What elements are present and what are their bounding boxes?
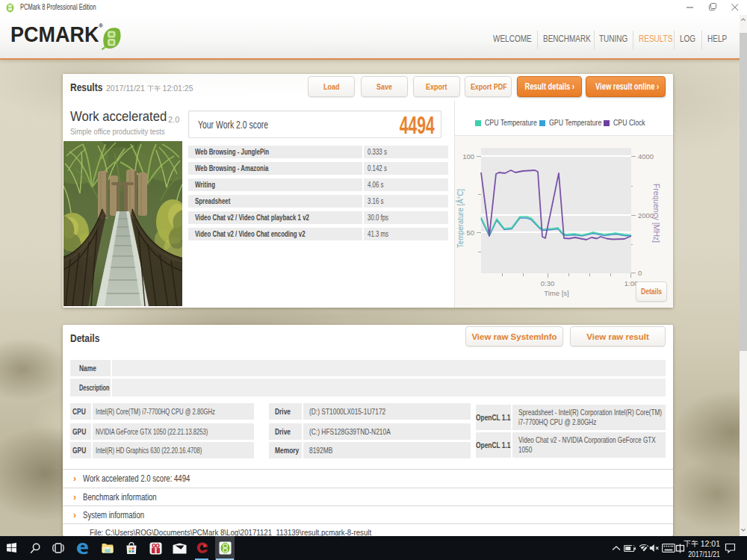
svg-text:0: 0 xyxy=(638,269,642,277)
svg-text:50: 50 xyxy=(466,228,474,237)
svg-text:2000: 2000 xyxy=(638,211,654,220)
svg-text:Time [s]: Time [s] xyxy=(544,289,568,297)
svg-text:Frequency [MHz]: Frequency [MHz] xyxy=(652,184,660,243)
svg-text:0:30: 0:30 xyxy=(541,279,555,287)
svg-text:100: 100 xyxy=(462,152,474,161)
svg-text:Temperature [Â°C]: Temperature [Â°C] xyxy=(456,189,465,248)
svg-text:4000: 4000 xyxy=(638,152,654,161)
